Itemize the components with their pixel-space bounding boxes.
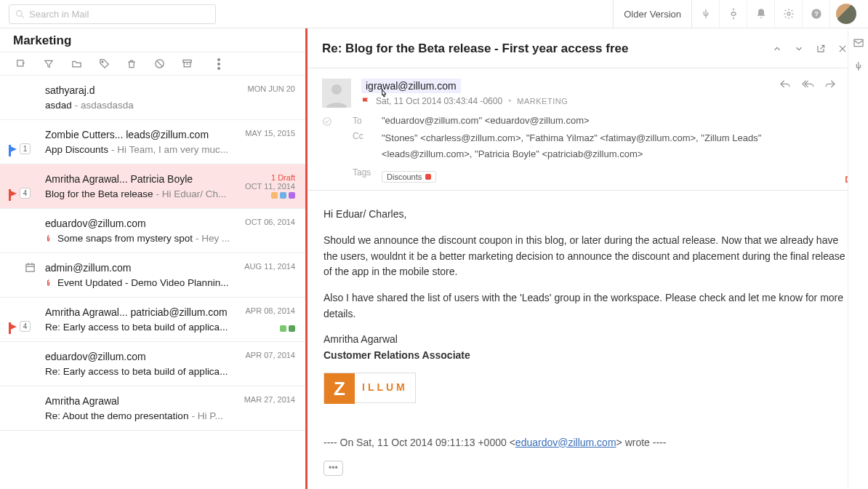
svg-line-8 (156, 60, 163, 67)
calendar-icon (25, 262, 36, 273)
next-message-icon[interactable] (788, 40, 810, 57)
flag-column: 1 (9, 143, 31, 154)
older-version-link[interactable]: Older Version (613, 0, 692, 28)
svg-point-10 (217, 58, 220, 61)
message-date: MON JUN 20 (248, 84, 295, 93)
message-date: 1 DraftOCT 11, 2014 (245, 173, 295, 191)
flag-column: 4 (9, 321, 31, 332)
message-subject-row: Some snaps from mystery spot - Hey ... (45, 233, 295, 244)
folder-title: Marketing (0, 28, 305, 52)
spam-icon[interactable] (151, 56, 167, 72)
flag-icon[interactable] (9, 190, 17, 197)
reply-icon[interactable] (779, 79, 791, 90)
svg-point-6 (102, 61, 103, 63)
message-date: MAR 27, 2014 (244, 395, 295, 404)
flag-icon[interactable] (361, 97, 370, 106)
reading-pane: Re: Blog for the Beta release - First ye… (308, 28, 868, 489)
signature-name: Amritha Agarwal (324, 332, 852, 348)
svg-point-2 (787, 12, 790, 15)
message-list: MON JUN 20sathyaraj.dasdad - asdasdasda1… (0, 76, 305, 489)
svg-point-12 (217, 67, 220, 70)
sender-email[interactable]: igrawal@zillum.com (361, 79, 461, 93)
list-toolbar (0, 52, 305, 76)
message-subject-row: Re: About the demo presentation - Hi P..… (45, 410, 295, 421)
message-date: OCT 06, 2014 (245, 218, 295, 226)
message-folder: MARKETING (517, 97, 568, 106)
tags-label: Tags (353, 167, 382, 183)
svg-rect-5 (17, 60, 23, 65)
sender-avatar (322, 79, 351, 108)
body-paragraph: Also I have shared the list of users wit… (324, 290, 852, 322)
prev-message-icon[interactable] (766, 40, 788, 57)
signature-logo: Z ILLUM (324, 373, 416, 403)
notifications-icon[interactable] (747, 0, 775, 28)
search-input[interactable] (29, 9, 209, 20)
svg-point-20 (331, 84, 342, 95)
expand-quote-button[interactable]: ••• (324, 461, 343, 476)
flag-icon[interactable] (9, 323, 17, 330)
more-icon[interactable] (211, 56, 227, 72)
svg-rect-9 (182, 60, 190, 63)
message-date: MAY 15, 2015 (245, 129, 295, 138)
to-label: To (353, 115, 382, 126)
select-all-icon[interactable] (13, 56, 29, 72)
message-row[interactable]: MON JUN 20sathyaraj.dasdad - asdasdasda (0, 76, 305, 120)
delete-icon[interactable] (124, 56, 140, 72)
message-row[interactable]: 4APR 08, 2014Amritha Agrawal... patricia… (0, 298, 305, 342)
open-window-icon[interactable] (810, 40, 832, 57)
message-row[interactable]: AUG 11, 2014admin@zillum.comEvent Update… (0, 253, 305, 298)
message-row[interactable]: MAR 27, 2014Amritha AgrawalRe: About the… (0, 386, 305, 431)
reply-all-icon[interactable] (801, 79, 814, 90)
svg-point-0 (17, 10, 23, 16)
integrations-icon[interactable] (853, 60, 864, 72)
tag-chips (280, 325, 295, 332)
message-row[interactable]: 1MAY 15, 2015Zombie Cutters... leads@zil… (0, 120, 305, 164)
quoted-email-link[interactable]: eduardov@zillum.com (515, 437, 616, 448)
message-row[interactable]: 41 DraftOCT 11, 2014Amritha Agrawal... P… (0, 164, 305, 209)
to-recipients: "eduardov@zillum.com" <eduardov@zillum.c… (382, 115, 853, 126)
attachments-icon[interactable] (720, 0, 747, 28)
user-avatar[interactable] (836, 4, 856, 24)
attachment-icon (45, 278, 53, 288)
message-preview: - asdasdasda (75, 100, 134, 111)
svg-line-1 (21, 15, 23, 17)
message-subject-row: Re: Early access to beta build of applic… (45, 322, 295, 333)
top-bar: Older Version ? (0, 0, 868, 28)
message-row[interactable]: APR 07, 2014eduardov@zillum.comRe: Early… (0, 342, 305, 386)
thread-count: 4 (20, 321, 31, 332)
message-subject: Re: Blog for the Beta release - First ye… (322, 41, 766, 56)
cactus-icon[interactable] (692, 0, 720, 28)
move-folder-icon[interactable] (68, 56, 84, 72)
thread-count: 1 (20, 143, 31, 154)
message-datetime: Sat, 11 Oct 2014 03:43:44 -0600 (376, 96, 502, 106)
tag-pill[interactable]: Discounts (382, 171, 436, 183)
archive-icon[interactable] (179, 56, 195, 72)
message-date: AUG 11, 2014 (244, 262, 295, 271)
message-preview: - Hi Team, I am very muc... (111, 144, 228, 155)
tag-icon[interactable] (96, 56, 112, 72)
settings-icon[interactable] (775, 0, 803, 28)
search-box[interactable] (9, 4, 216, 24)
help-icon[interactable]: ? (803, 0, 830, 28)
tag-chips (271, 192, 295, 199)
mail-panel-icon[interactable] (853, 37, 864, 49)
cc-label: Cc (353, 130, 382, 162)
message-list-pane: Marketing MON JUN 20sathyaraj.dasdad - a… (0, 28, 308, 489)
message-row[interactable]: OCT 06, 2014eduardov@zillum.comSome snap… (0, 209, 305, 253)
message-preview: - Hi P... (191, 410, 222, 421)
message-subject-row: asdad - asdasdasda (45, 100, 295, 111)
forward-icon[interactable] (824, 79, 836, 90)
right-rail (848, 28, 868, 489)
draft-indicator: 1 Draft (245, 173, 295, 182)
message-body: Hi Eduar/ Charles, Should we announce th… (308, 191, 868, 489)
body-greeting: Hi Eduar/ Charles, (324, 207, 852, 223)
signature-title: Customer Relations Associate (324, 348, 852, 364)
thread-count: 4 (20, 188, 31, 199)
expand-recipients-icon[interactable] (322, 116, 332, 127)
flag-icon[interactable] (9, 146, 17, 153)
message-subject-row: Re: Early access to beta build of applic… (45, 366, 295, 377)
reading-header: Re: Blog for the Beta release - First ye… (308, 28, 868, 68)
body-paragraph: Should we announce the discount coupon i… (324, 233, 852, 280)
filter-icon[interactable] (41, 56, 57, 72)
message-subject-row: App Discounts - Hi Team, I am very muc..… (45, 144, 295, 155)
